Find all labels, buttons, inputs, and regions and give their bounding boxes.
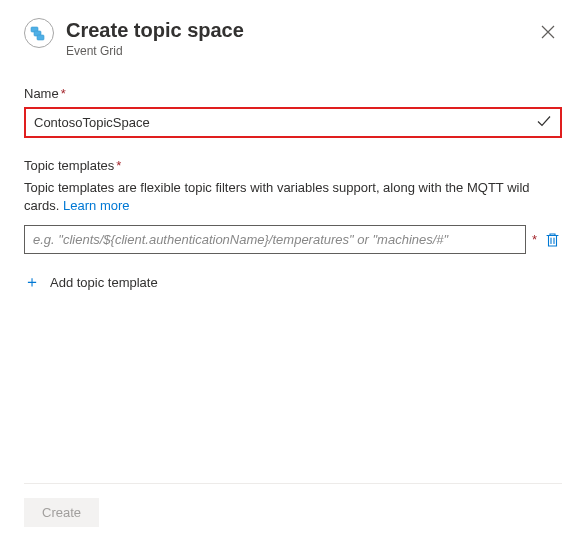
topic-template-row: * (24, 225, 562, 254)
panel-title: Create topic space (66, 18, 522, 42)
required-indicator: * (532, 232, 537, 247)
topic-templates-label: Topic templates* (24, 158, 562, 173)
topic-templates-description: Topic templates are flexible topic filte… (24, 179, 562, 215)
name-input[interactable] (34, 115, 536, 130)
add-topic-template-label: Add topic template (50, 275, 158, 290)
name-input-container (24, 107, 562, 138)
create-button[interactable]: Create (24, 498, 99, 527)
add-topic-template-button[interactable]: ＋ Add topic template (24, 270, 158, 294)
close-icon (541, 25, 555, 39)
learn-more-link[interactable]: Learn more (63, 198, 129, 213)
panel-header: Create topic space Event Grid (24, 18, 562, 58)
panel-footer: Create (24, 483, 562, 543)
svg-rect-2 (37, 35, 44, 40)
event-grid-icon (24, 18, 54, 48)
required-indicator: * (116, 158, 121, 173)
close-button[interactable] (534, 18, 562, 46)
plus-icon: ＋ (24, 274, 40, 290)
check-icon (536, 113, 552, 132)
delete-template-button[interactable] (543, 230, 562, 250)
panel-subtitle: Event Grid (66, 44, 522, 58)
required-indicator: * (61, 86, 66, 101)
topic-template-input[interactable] (24, 225, 526, 254)
name-label: Name* (24, 86, 562, 101)
trash-icon (545, 232, 560, 248)
